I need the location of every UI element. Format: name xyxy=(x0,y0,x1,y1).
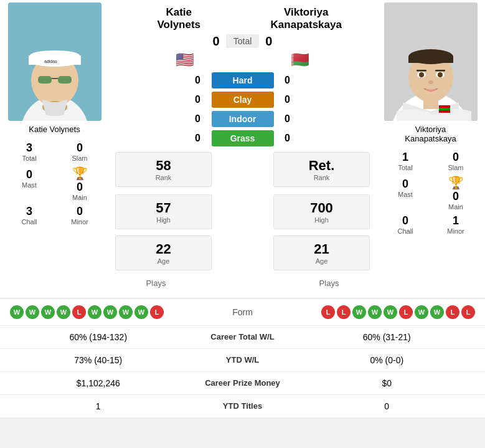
stat-right-3: 0 xyxy=(299,401,476,411)
svg-rect-9 xyxy=(58,76,72,83)
left-slam-cell: 0 Slam xyxy=(55,139,105,164)
right-player-name: ViktoriyaKanapatskaya xyxy=(405,125,456,143)
hard-score-right: 0 xyxy=(281,75,294,86)
right-mast-value: 0 xyxy=(402,178,408,191)
hard-button[interactable]: Hard xyxy=(212,72,274,88)
left-minor-cell: 0 Minor xyxy=(55,203,105,228)
indoor-button[interactable]: Indoor xyxy=(212,111,274,127)
stat-left-1: 73% (40-15) xyxy=(10,355,187,365)
surface-rows: 0 Hard 0 0 Clay 0 0 Indoor 0 0 Grass xyxy=(109,72,376,146)
form-badge-left: L xyxy=(150,305,164,319)
right-age-label: Age xyxy=(316,257,328,265)
left-high-box: 57 High xyxy=(115,194,212,229)
right-chall-label: Chall xyxy=(382,227,429,235)
surface-row-hard: 0 Hard 0 xyxy=(115,72,370,88)
right-high-value: 700 xyxy=(310,200,333,216)
svg-rect-28 xyxy=(439,108,450,110)
right-chall-value: 0 xyxy=(382,214,429,227)
left-chall-cell: 3 Chall xyxy=(5,203,54,228)
form-badge-right: L xyxy=(399,305,413,319)
right-rank-box: Ret. Rank xyxy=(273,152,370,187)
left-minor-value: 0 xyxy=(57,205,103,218)
right-total-score: 0 xyxy=(265,34,272,49)
form-badge-right: L xyxy=(446,305,459,319)
form-badge-left: W xyxy=(134,305,148,319)
right-minor-label: Minor xyxy=(433,227,479,235)
svg-rect-18 xyxy=(408,57,453,63)
left-high-value: 57 xyxy=(156,200,171,216)
stat-left-2: $1,102,246 xyxy=(10,378,187,388)
left-age-box: 22 Age xyxy=(115,236,212,270)
grass-button[interactable]: Grass xyxy=(212,130,274,146)
age-boxes-row: 22 Age 21 Age xyxy=(109,234,376,275)
left-trophy-cell: 🏆 0 Main xyxy=(55,166,105,201)
svg-rect-20 xyxy=(435,70,445,72)
left-player-name: Katie Volynets xyxy=(29,125,80,134)
right-flag: 🇧🇾 xyxy=(291,51,309,69)
high-boxes-row: 57 High 700 High xyxy=(109,193,376,234)
stat-right-1: 0% (0-0) xyxy=(299,355,476,365)
form-badge-right: L xyxy=(337,305,351,319)
right-slam-value: 0 xyxy=(433,151,479,164)
left-name-line1: Katie xyxy=(115,6,243,19)
svg-point-24 xyxy=(438,72,443,77)
right-trophy-icon: 🏆 xyxy=(448,175,464,190)
main-container: adidas Katie Volynets 3 Total xyxy=(0,0,485,418)
right-name-display: ViktoriyaKanapatskaya xyxy=(405,125,456,143)
left-mast-value: 0 xyxy=(26,168,32,181)
form-badge-right: W xyxy=(384,305,397,319)
form-badge-right: W xyxy=(352,305,366,319)
right-high-box: 700 High xyxy=(273,194,370,229)
right-main-label: Main xyxy=(448,203,463,211)
stat-row-2: $1,102,246 Career Prize Money $0 xyxy=(0,372,485,395)
left-slam-label: Slam xyxy=(57,155,103,162)
left-high-label: High xyxy=(156,216,171,224)
left-player-col: adidas Katie Volynets 3 Total xyxy=(0,2,109,295)
clay-score-right: 0 xyxy=(281,94,294,105)
right-age-value: 21 xyxy=(314,241,329,257)
form-badge-left: L xyxy=(72,305,86,319)
left-main-value: 0 xyxy=(77,181,83,194)
form-badge-right: W xyxy=(415,305,428,319)
form-badge-left: W xyxy=(119,305,133,319)
svg-rect-27 xyxy=(439,105,450,108)
left-chall-value: 3 xyxy=(6,205,53,218)
form-badge-right: W xyxy=(368,305,382,319)
right-rank-label: Rank xyxy=(314,174,330,181)
form-badge-right: L xyxy=(321,305,335,319)
right-mast-label: Mast xyxy=(398,191,413,198)
left-flag: 🇺🇸 xyxy=(176,51,194,69)
stat-center-2: Career Prize Money xyxy=(187,378,299,388)
form-badges-left: WWWWLWWWWL xyxy=(10,305,205,319)
clay-button[interactable]: Clay xyxy=(212,92,274,108)
svg-point-25 xyxy=(428,80,433,84)
left-name-line2: Volynets xyxy=(115,19,243,31)
stat-right-0: 60% (31-21) xyxy=(299,332,476,342)
right-slam-label: Slam xyxy=(433,164,479,171)
top-section: adidas Katie Volynets 3 Total xyxy=(0,0,485,298)
stat-center-0: Career Total W/L xyxy=(187,332,299,341)
right-player-name-center: Viktoriya Kanapatskaya xyxy=(243,6,370,32)
left-player-photo: adidas xyxy=(8,2,101,121)
right-total-label: Total xyxy=(382,164,429,171)
left-player-name-center: Katie Volynets xyxy=(115,6,243,32)
stat-row-3: 1 YTD Titles 0 xyxy=(0,395,485,418)
form-badge-left: W xyxy=(103,305,117,319)
surface-row-clay: 0 Clay 0 xyxy=(115,92,370,108)
flags-row: 🇺🇸 🇧🇾 xyxy=(109,51,376,69)
form-badge-left: W xyxy=(57,305,70,319)
plays-row: Plays Plays xyxy=(109,275,376,295)
indoor-score-left: 0 xyxy=(192,113,204,125)
center-col: Katie Volynets Viktoriya Kanapatskaya 0 … xyxy=(109,2,376,295)
svg-point-23 xyxy=(419,72,424,77)
svg-text:adidas: adidas xyxy=(44,59,57,64)
stat-rows-container: 60% (194-132) Career Total W/L 60% (31-2… xyxy=(0,326,485,418)
total-label: Total xyxy=(226,34,260,48)
left-rank-label: Rank xyxy=(156,174,172,181)
stat-row-0: 60% (194-132) Career Total W/L 60% (31-2… xyxy=(0,326,485,349)
form-badge-left: W xyxy=(10,305,24,319)
right-chall-cell: 0 Chall xyxy=(381,212,430,237)
form-badge-right: L xyxy=(461,305,475,319)
left-age-value: 22 xyxy=(156,241,171,257)
left-plays-label: Plays xyxy=(115,275,197,292)
